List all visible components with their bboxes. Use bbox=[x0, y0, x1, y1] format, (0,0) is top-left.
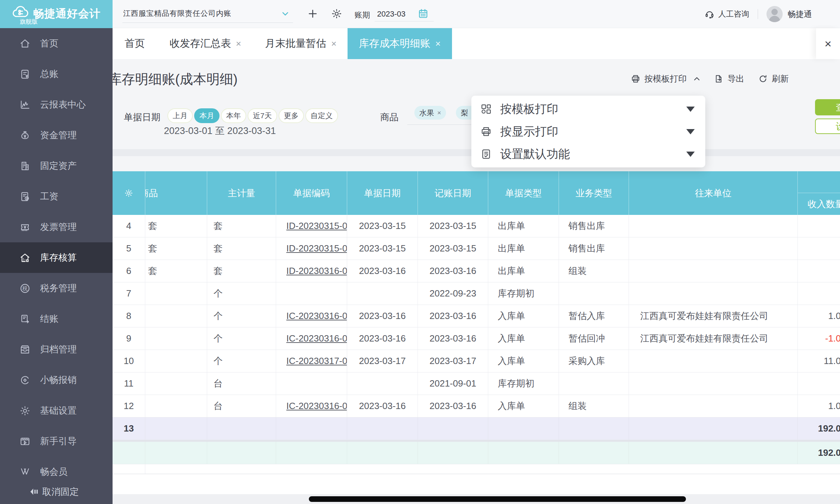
cell-doc_type: 库存期初 bbox=[488, 372, 559, 395]
add-account-icon[interactable] bbox=[307, 8, 319, 20]
product-filter-label: 商品 bbox=[380, 111, 399, 123]
table-row[interactable]: 6套套ID-20230316-02023-03-162023-03-16出库单组… bbox=[113, 260, 840, 282]
settings-gear-icon[interactable] bbox=[331, 8, 343, 20]
sidebar-item-guide[interactable]: 新手引导 bbox=[0, 426, 113, 457]
company-selector[interactable]: 江西服宝精品有限责任公司内账 bbox=[123, 8, 231, 18]
cell-biz_type: 销售出库 bbox=[559, 237, 629, 260]
tab-3[interactable]: 月末批量暂估× bbox=[254, 28, 348, 59]
cell-book_date: 2023-03-15 bbox=[418, 237, 488, 260]
doc-code-link[interactable]: ID-20230315-0 bbox=[286, 221, 347, 231]
doc-code-link[interactable]: IC-20230316-0 bbox=[286, 333, 347, 344]
sidebar-item-tax[interactable]: 税税务管理 bbox=[0, 273, 113, 304]
doc-code-link[interactable]: ID-20230316-0 bbox=[286, 266, 347, 276]
doc-code-link[interactable]: IC-20230316-0 bbox=[286, 311, 347, 321]
support-button[interactable]: 人工咨询 bbox=[704, 9, 749, 19]
sidebar-item-salary[interactable]: 工资 bbox=[0, 181, 113, 212]
tab-close-icon[interactable]: × bbox=[435, 39, 440, 48]
print-menu-item-1[interactable]: 按模板打印 bbox=[471, 98, 705, 120]
refresh-button[interactable]: 刷新 bbox=[758, 73, 789, 84]
chevron-up-icon[interactable] bbox=[692, 74, 701, 83]
tab-close-icon[interactable]: × bbox=[236, 39, 241, 48]
table-row[interactable]: 7个2022-09-23库存期初 bbox=[113, 282, 840, 305]
setting-button[interactable]: 设置 bbox=[815, 119, 840, 134]
invoice-icon bbox=[19, 221, 31, 233]
cell-product bbox=[145, 305, 207, 327]
avatar[interactable] bbox=[766, 6, 783, 22]
sidebar-item-report[interactable]: 云报表中心 bbox=[0, 89, 113, 120]
sidebar-item-invoice[interactable]: 发票管理 bbox=[0, 212, 113, 242]
sidebar-item-archive[interactable]: 归档管理 bbox=[0, 334, 113, 365]
header-qty-in[interactable]: 收入数量 bbox=[798, 171, 840, 215]
print-by-template-label: 按模板打印 bbox=[644, 73, 687, 84]
cell-unit: 套 bbox=[207, 215, 276, 237]
printer-icon bbox=[630, 74, 641, 84]
tax-icon: 税 bbox=[19, 282, 31, 294]
member-icon bbox=[19, 466, 31, 478]
table-grand-row[interactable]: 192.00 bbox=[113, 442, 840, 464]
sidebar-item-label: 结账 bbox=[40, 313, 58, 325]
header-partner[interactable]: 往来单位 bbox=[629, 171, 798, 215]
cell-qty_in bbox=[798, 372, 840, 395]
header-doc-code[interactable]: 单据编码 bbox=[276, 171, 347, 215]
sidebar-item-funds[interactable]: 资金管理 bbox=[0, 120, 113, 151]
cell-book_date: 2023-03-16 bbox=[418, 395, 488, 417]
header-doc-date[interactable]: 单据日期 bbox=[347, 171, 418, 215]
column-gear-icon[interactable] bbox=[124, 188, 134, 198]
sidebar-item-ledger[interactable]: 总账 bbox=[0, 59, 113, 89]
username[interactable]: 畅捷通 bbox=[788, 9, 812, 20]
export-button[interactable]: 导出 bbox=[713, 73, 744, 84]
tab-2[interactable]: 收发存汇总表× bbox=[157, 28, 254, 59]
cell-doc_type: 入库单 bbox=[488, 395, 559, 417]
cell-biz_type: 采购入库 bbox=[559, 350, 629, 372]
sidebar-item-reimburse[interactable]: 小畅报销 bbox=[0, 365, 113, 395]
tab-close-icon[interactable]: × bbox=[331, 39, 336, 48]
horizontal-scrollbar-thumb[interactable] bbox=[309, 496, 686, 502]
query-button[interactable]: 查询 bbox=[815, 99, 840, 115]
chevron-down-icon[interactable] bbox=[280, 8, 291, 19]
calendar-icon[interactable] bbox=[417, 8, 429, 20]
toolbar: 按模板打印 导出 刷新 bbox=[630, 73, 789, 84]
table-body: 4套套ID-20230315-02023-03-152023-03-15出库单销… bbox=[113, 215, 840, 464]
date-pill-5[interactable]: 更多 bbox=[279, 108, 304, 123]
table-row[interactable]: 8个IC-20230316-02023-03-162023-03-16入库单暂估… bbox=[113, 305, 840, 327]
print-menu-item-2[interactable]: 按显示打印 bbox=[471, 120, 705, 143]
table-row[interactable]: 12台IC-20230316-02023-03-162023-03-16入库单组… bbox=[113, 395, 840, 417]
tab-4[interactable]: 库存成本明细账× bbox=[348, 28, 452, 59]
sidebar-item-label: 畅会员 bbox=[40, 466, 68, 478]
doc-code-link[interactable]: ID-20230315-0 bbox=[286, 243, 347, 254]
tab-1[interactable]: 首页 bbox=[113, 28, 157, 59]
header-book-date[interactable]: 记账日期 bbox=[418, 171, 488, 215]
table-row[interactable]: 11台2021-09-01库存期初 bbox=[113, 372, 840, 395]
table-row[interactable]: 9个IC-20230316-02023-03-162023-03-16入库单暂估… bbox=[113, 327, 840, 350]
header-product[interactable]: 商品 bbox=[145, 171, 207, 215]
date-pill-4[interactable]: 近7天 bbox=[248, 108, 277, 123]
close-all-tabs-button[interactable]: × bbox=[816, 28, 840, 59]
period-value[interactable]: 2023-03 bbox=[377, 9, 406, 19]
print-by-template-button[interactable]: 按模板打印 bbox=[630, 73, 687, 84]
sidebar-item-settings[interactable]: 基础设置 bbox=[0, 395, 113, 426]
doc-code-link[interactable]: IC-20230317-0 bbox=[286, 356, 347, 366]
cell-product: 套 bbox=[145, 215, 207, 237]
date-pill-3[interactable]: 本年 bbox=[221, 108, 246, 123]
date-pill-1[interactable]: 上月 bbox=[167, 108, 193, 123]
cell-product bbox=[145, 350, 207, 372]
header-biz-type[interactable]: 业务类型 bbox=[559, 171, 629, 215]
sidebar-item-closing[interactable]: 结账 bbox=[0, 304, 113, 334]
print-menu-item-3[interactable]: 设置默认功能 bbox=[471, 143, 705, 165]
date-pill-2[interactable]: 本月 bbox=[194, 108, 219, 123]
tag-remove-icon[interactable]: × bbox=[437, 109, 441, 117]
horizontal-scrollbar-track[interactable] bbox=[113, 494, 840, 504]
header-doc-type[interactable]: 单据类型 bbox=[488, 171, 559, 215]
sidebar-item-home[interactable]: 首页 bbox=[0, 28, 113, 59]
doc-code-link[interactable]: IC-20230316-0 bbox=[286, 401, 347, 412]
table-row[interactable]: 5套套ID-20230315-02023-03-152023-03-15出库单销… bbox=[113, 237, 840, 260]
product-tag[interactable]: 水果× bbox=[414, 106, 446, 120]
date-pill-6[interactable]: 自定义 bbox=[305, 108, 338, 123]
table-row[interactable]: 10个IC-20230317-02023-03-172023-03-17入库单采… bbox=[113, 350, 840, 372]
table-total-row[interactable]: 13192.00 bbox=[113, 417, 840, 440]
header-unit[interactable]: 主计量 bbox=[207, 171, 276, 215]
unpin-sidebar-button[interactable]: 取消固定 bbox=[0, 483, 113, 501]
sidebar-item-inventory[interactable]: 库存核算 bbox=[0, 242, 113, 273]
sidebar-item-assets[interactable]: 固定资产 bbox=[0, 151, 113, 181]
table-row[interactable]: 4套套ID-20230315-02023-03-152023-03-15出库单销… bbox=[113, 215, 840, 237]
